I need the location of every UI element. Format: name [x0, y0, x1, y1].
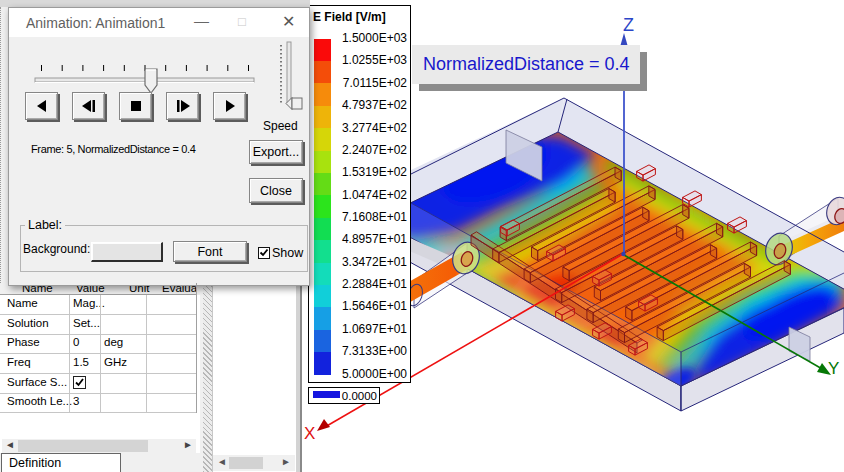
svg-text:X: X [304, 424, 315, 443]
svg-text:Y: Y [828, 359, 839, 378]
svg-text:Z: Z [623, 15, 634, 35]
